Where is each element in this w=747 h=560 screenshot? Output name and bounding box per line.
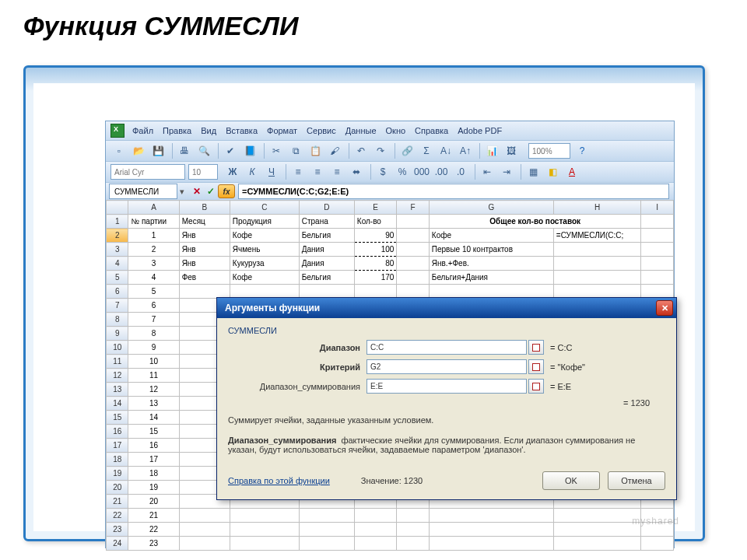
sort-desc-icon[interactable]: A↑ [457,142,474,159]
currency-icon[interactable]: $ [374,163,391,180]
row-2[interactable]: 2 1ЯнвКофеБельгия90 Кофе=СУММЕСЛИ(C:C; [107,229,674,243]
dialog-description: Суммирует ячейки, заданные указанным усл… [228,415,665,425]
arg-input[interactable]: G2 [366,359,527,374]
dialog-title: Аргументы функции [225,303,320,313]
autosum-icon[interactable]: Σ [418,142,435,159]
menu-edit[interactable]: Правка [163,126,191,135]
font-color-icon[interactable]: A [563,163,580,180]
row-4[interactable]: 4 3ЯнвКукурузаДания80 Янв.+Фев. [107,257,674,271]
percent-icon[interactable]: % [394,163,411,180]
ok-button[interactable]: OK [542,471,600,490]
open-icon[interactable]: 📂 [130,142,147,159]
menu-insert[interactable]: Вставка [226,126,258,135]
research-icon[interactable]: 📘 [241,142,258,159]
save-icon[interactable]: 💾 [149,142,167,159]
inc-decimal-icon[interactable]: .00 [433,163,450,180]
arg-row-2: Диапазон_суммированияE:E= E:E [228,379,665,394]
align-right-icon[interactable]: ≡ [328,163,345,180]
name-box[interactable]: СУММЕСЛИ [109,184,177,199]
arg-result: = E:E [550,382,571,391]
print-icon[interactable]: 🖶 [176,142,193,159]
arg-result: = "Кофе" [550,362,585,372]
arg-input[interactable]: C:C [366,340,527,355]
slide-title: Функция СУММЕСЛИ [0,0,747,47]
range-selector-icon[interactable] [528,340,544,355]
excel-window: Файл Правка Вид Вставка Формат Сервис Да… [105,121,675,548]
arg-input[interactable]: E:E [366,379,527,394]
align-left-icon[interactable]: ≡ [289,163,307,180]
column-headers[interactable]: A B C D E F G H I [107,201,674,215]
range-selector-icon[interactable] [528,359,544,374]
font-size-box[interactable]: 10 [188,164,218,180]
redo-icon[interactable]: ↷ [372,142,389,159]
col-D[interactable]: D [299,201,354,215]
menu-bar: Файл Правка Вид Вставка Формат Сервис Да… [106,121,674,140]
hyperlink-icon[interactable]: 🔗 [398,142,416,159]
inc-indent-icon[interactable]: ⇥ [498,163,515,180]
col-G[interactable]: G [429,201,553,215]
formula-bar: СУММЕСЛИ ▾ ✕ ✓ fx =СУММЕСЛИ(C:C;G2;E:E) [106,182,674,200]
dec-decimal-icon[interactable]: .0 [452,163,469,180]
undo-icon[interactable]: ↶ [352,142,370,159]
row-1[interactable]: 1 № партииМесяцПродукцияСтранаКол-во Общ… [107,215,674,229]
col-I[interactable]: I [641,201,674,215]
comma-icon[interactable]: 000 [413,163,430,180]
dec-indent-icon[interactable]: ⇤ [479,163,496,180]
menu-window[interactable]: Окно [386,126,406,135]
function-arguments-dialog: Аргументы функции ✕ СУММЕСЛИ ДиапазонC:C… [216,297,677,500]
col-F[interactable]: F [397,201,429,215]
help-icon[interactable]: ? [573,142,591,159]
col-E[interactable]: E [354,201,397,215]
row-3[interactable]: 3 2ЯнвЯчменьДания100 Первые 10 контракто… [107,243,674,257]
sort-asc-icon[interactable]: A↓ [437,142,454,159]
enter-formula-icon[interactable]: ✓ [204,184,218,198]
italic-icon[interactable]: К [244,163,261,180]
row-22[interactable]: 2221 [107,509,674,523]
copy-icon[interactable]: ⧉ [287,142,304,159]
paste-icon[interactable]: 📋 [307,142,324,159]
underline-icon[interactable]: Ч [263,163,280,180]
col-A[interactable]: A [128,201,179,215]
preview-icon[interactable]: 🔍 [195,142,212,159]
arg-result: = C:C [550,343,572,352]
menu-data[interactable]: Данные [345,126,377,135]
row-6[interactable]: 65 [107,285,674,299]
standard-toolbar: ▫ 📂 💾 🖶 🔍 ✔ 📘 ✂ ⧉ 📋 🖌 ↶ ↷ [106,140,674,161]
row-5[interactable]: 5 4ФевКофеБельгия170 Бельгия+Дания [107,271,674,285]
formula-input[interactable]: =СУММЕСЛИ(C:C;G2;E:E) [238,184,669,199]
cancel-button[interactable]: Отмена [608,471,665,490]
fill-color-icon[interactable]: ◧ [544,163,561,180]
dialog-titlebar[interactable]: Аргументы функции ✕ [217,298,676,318]
menu-view[interactable]: Вид [201,126,216,135]
row-23[interactable]: 2322 [107,523,674,537]
menu-service[interactable]: Сервис [307,126,336,135]
new-icon[interactable]: ▫ [110,142,128,159]
fx-icon[interactable]: fx [218,184,235,198]
dialog-arg-description: Диапазон_суммированияфактические ячейки … [228,436,665,454]
cut-icon[interactable]: ✂ [268,142,285,159]
borders-icon[interactable]: ▦ [524,163,542,180]
arg-label: Диапазон_суммирования [228,382,360,391]
menu-help[interactable]: Справка [415,126,448,135]
spellcheck-icon[interactable]: ✔ [222,142,239,159]
drawing-icon[interactable]: 🖼 [503,142,520,159]
dialog-help-link[interactable]: Справка по этой функции [228,476,330,485]
menu-file[interactable]: Файл [132,126,153,135]
chart-icon[interactable]: 📊 [483,142,500,159]
col-C[interactable]: C [230,201,299,215]
menu-format[interactable]: Формат [267,126,297,135]
format-painter-icon[interactable]: 🖌 [326,142,343,159]
bold-icon[interactable]: Ж [224,163,241,180]
cancel-formula-icon[interactable]: ✕ [190,184,204,198]
col-B[interactable]: B [179,201,230,215]
font-name-box[interactable]: Arial Cyr [110,164,185,180]
merge-icon[interactable]: ⬌ [348,163,365,180]
zoom-box[interactable]: 100% [528,143,570,159]
menu-pdf[interactable]: Adobe PDF [458,126,502,135]
col-H[interactable]: H [553,201,641,215]
align-center-icon[interactable]: ≡ [309,163,326,180]
watermark: myshared [632,516,679,527]
row-24[interactable]: 2423 [107,537,674,551]
close-icon[interactable]: ✕ [656,300,673,316]
range-selector-icon[interactable] [528,379,544,394]
